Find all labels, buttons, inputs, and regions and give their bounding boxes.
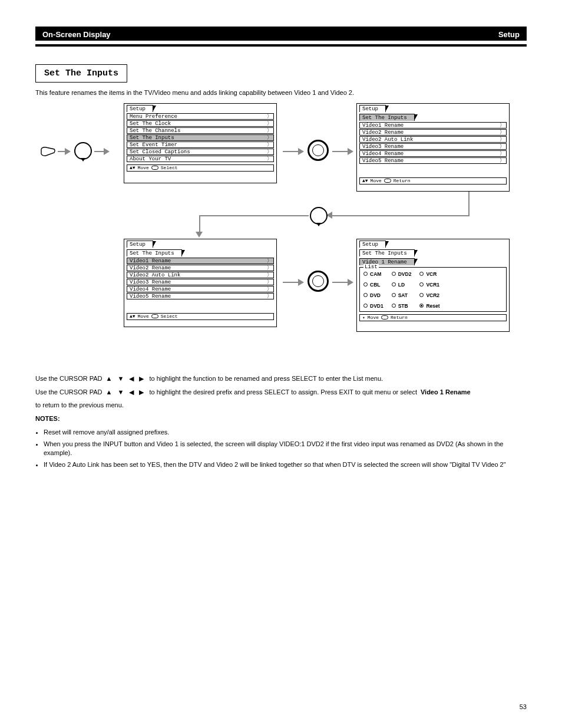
menu-button-icon [40, 146, 55, 157]
section-title: Set The Inputs [35, 64, 127, 83]
connector [332, 215, 470, 216]
menu-item[interactable]: Menu Preference〉 [127, 113, 274, 120]
radio-option[interactable]: DVD2 [392, 271, 412, 277]
radio-option[interactable]: VCR [419, 271, 439, 277]
arrow-icon [283, 148, 304, 155]
menu-item[interactable]: Set The Clock〉 [127, 120, 274, 127]
menu-item[interactable]: About Your TV〉 [127, 156, 274, 162]
menu-item-selected[interactable]: Video1 Rename〉 [127, 258, 274, 264]
menu-item[interactable]: Video2 Auto Link〉 [127, 272, 274, 278]
menu-item-selected[interactable]: Set The Inputs〉 [127, 134, 274, 141]
inputs-tab: Set The Inputs [359, 249, 415, 256]
setup-tab: Setup [359, 241, 386, 248]
menu-footer: ✦MoveReturn [359, 314, 507, 321]
cursor-arrows-icon: ▲ ▼ ◀ ▶ [106, 388, 146, 397]
select-button-icon [308, 271, 329, 292]
note-item: When you press the INPUT button and Vide… [44, 440, 527, 458]
body-bold: Video 1 Rename [421, 388, 471, 397]
menu-item[interactable]: Video3 Rename〉 [359, 143, 507, 150]
body-text: Use the CURSOR PAD ▲ ▼ ◀ ▶ to highlight … [35, 374, 527, 469]
body-line: to highlight the function to be renamed … [149, 374, 383, 383]
radio-option[interactable]: DVD [363, 292, 384, 298]
menu-item[interactable]: Video4 Rename〉 [127, 286, 274, 292]
header-right: Setup [498, 30, 520, 39]
rename-list-menu[interactable]: Setup Set The Inputs Video 1 Rename List… [356, 239, 510, 332]
menu-item[interactable]: Video2 Rename〉 [127, 265, 274, 271]
connector [199, 215, 309, 216]
setup-menu[interactable]: Setup Menu Preference〉 Set The Clock〉 Se… [124, 103, 277, 183]
setup-tab: Setup [127, 241, 153, 248]
arrow-icon [283, 279, 304, 286]
setup-tab: Setup [359, 105, 386, 112]
body-line: to return to the previous menu. [35, 401, 124, 410]
setup-tab: Setup [127, 105, 153, 112]
note-item: If Video 2 Auto Link has been set to YES… [44, 460, 527, 469]
radio-option-selected[interactable]: Reset [419, 303, 439, 309]
arrow-icon [196, 232, 203, 238]
radio-option[interactable]: SAT [392, 292, 412, 298]
intro-text: This feature renames the items in the TV… [35, 88, 527, 97]
inputs-tab: Set The Inputs [127, 249, 182, 256]
connector [199, 215, 200, 233]
menu-footer: ▲▼MoveReturn [359, 177, 507, 185]
radio-option[interactable]: VCR1 [419, 282, 439, 288]
menu-item[interactable]: Set Closed Captions〉 [127, 149, 274, 155]
page-number: 53 [520, 703, 527, 710]
radio-option[interactable]: CBL [363, 282, 384, 288]
arrow-icon [58, 148, 71, 155]
notes-list: Reset will remove any/all assigned prefi… [44, 428, 527, 469]
diagram: Setup Menu Preference〉 Set The Clock〉 Se… [35, 103, 527, 351]
menu-footer: ▲▼MoveSelect [127, 164, 274, 172]
menu-item[interactable]: Set The Channels〉 [127, 127, 274, 134]
arrow-icon [94, 148, 110, 155]
rename-list: List CAM CBL DVD DVD1 DVD2 LD SAT STB [359, 267, 507, 312]
menu-item[interactable]: Video4 Rename〉 [359, 150, 507, 157]
cursor-down-icon [310, 207, 328, 225]
menu-item[interactable]: Video1 Rename〉 [359, 122, 507, 129]
inputs-tab: Set The Inputs [359, 114, 415, 121]
cursor-down-icon [74, 142, 92, 160]
radio-option[interactable]: DVD1 [363, 303, 384, 309]
arrow-icon [332, 148, 353, 155]
header-divider [35, 41, 527, 47]
header-left: On-Screen Display [42, 30, 111, 39]
menu-footer: ▲▼MoveSelect [127, 313, 274, 320]
body-line: Use the CURSOR PAD [35, 374, 103, 383]
menu-item[interactable]: Video5 Rename〉 [127, 293, 274, 299]
notes-title: NOTES: [35, 414, 527, 423]
inputs-menu[interactable]: Setup Set The Inputs Video1 Rename〉 Vide… [356, 103, 510, 192]
connector [468, 192, 470, 215]
menu-item[interactable]: Video2 Rename〉 [359, 129, 507, 136]
body-line: Use the CURSOR PAD [35, 388, 103, 397]
radio-option[interactable]: VCR2 [419, 292, 439, 298]
note-item: Reset will remove any/all assigned prefi… [44, 428, 527, 437]
page-header: On-Screen Display Setup [35, 27, 527, 41]
cursor-arrows-icon: ▲ ▼ ◀ ▶ [106, 374, 146, 383]
menu-item[interactable]: Video2 Auto Link〉 [359, 136, 507, 143]
menu-item[interactable]: Video5 Rename〉 [359, 157, 507, 164]
arrow-icon [332, 279, 353, 286]
menu-item[interactable]: Set Event Timer〉 [127, 141, 274, 148]
radio-option[interactable]: LD [392, 282, 412, 288]
select-button-icon [308, 140, 329, 161]
menu-item[interactable]: Video3 Rename〉 [127, 279, 274, 285]
radio-option[interactable]: CAM [363, 271, 384, 277]
inputs-menu-2[interactable]: Setup Set The Inputs Video1 Rename〉 Vide… [124, 239, 277, 327]
body-line: to highlight the desired prefix and pres… [149, 388, 417, 397]
radio-option[interactable]: STB [392, 303, 412, 309]
